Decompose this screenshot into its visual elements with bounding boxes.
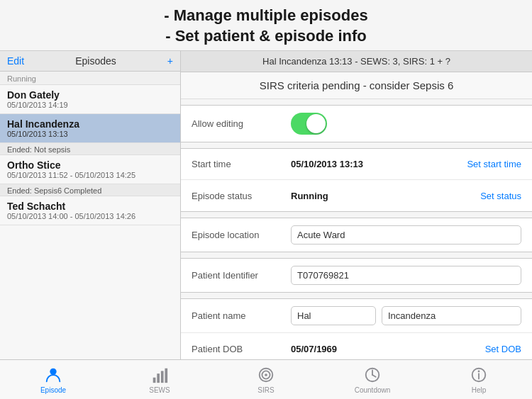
patient-item-ortho-stice[interactable]: Ortho Stice 05/10/2013 11:52 - 05/10/201… [0, 155, 180, 184]
patient-name: Hal Incandenza [7, 118, 173, 130]
header-banner: - Manage multiple episodes - Set patient… [0, 0, 532, 51]
start-time-value: 05/10/2013 13:13 [291, 159, 460, 169]
tab-sirs[interactable]: SIRS [213, 366, 319, 394]
patient-date: 05/10/2013 11:52 - 05/10/2013 14:25 [7, 171, 173, 179]
patient-name-label: Patient name [192, 310, 291, 321]
episode-location-section: Episode location [181, 218, 532, 252]
tab-countdown-label: Countdown [355, 386, 391, 394]
tab-sews[interactable]: SEWS [106, 366, 213, 394]
svg-point-7 [265, 373, 267, 376]
info-icon [470, 366, 488, 384]
header-line2: - Set patient & episode info [7, 26, 525, 47]
svg-rect-2 [157, 373, 160, 383]
episodes-label: Episodes [75, 55, 116, 67]
section-sepsis6: Ended: Sepsis6 Completed [0, 184, 180, 196]
bars-icon [150, 366, 169, 384]
episode-status-label: Episode status [192, 191, 291, 201]
section-not-sepsis: Ended: Not sepsis [0, 143, 180, 155]
episode-location-input[interactable] [291, 225, 521, 245]
set-status-button[interactable]: Set status [480, 191, 521, 201]
tab-help[interactable]: Help [426, 366, 532, 394]
alert-banner: SIRS criteria pending - consider Sepsis … [181, 72, 532, 99]
patient-identifier-section: Patient Identifier [181, 258, 532, 293]
section-running: Running [0, 72, 180, 85]
patient-date: 05/10/2013 14:00 - 05/10/2013 14:26 [7, 212, 173, 220]
svg-line-10 [372, 375, 376, 377]
episode-status-value: Running [291, 191, 473, 201]
tab-sirs-label: SIRS [257, 386, 274, 394]
patient-item-hal-incandenza[interactable]: Hal Incandenza 05/10/2013 13:13 [0, 114, 180, 143]
svg-point-13 [478, 370, 480, 372]
allow-editing-row: Allow editing [181, 106, 532, 142]
edit-button[interactable]: Edit [7, 55, 24, 67]
patient-identifier-row: Patient Identifier [181, 259, 532, 292]
patient-dob-label: Patient DOB [192, 344, 291, 354]
tab-help-label: Help [472, 386, 487, 394]
header-line1: - Manage multiple episodes [7, 6, 525, 26]
patient-name: Ted Schacht [7, 201, 173, 212]
patient-item-ted-schacht[interactable]: Ted Schacht 05/10/2013 14:00 - 05/10/201… [0, 196, 180, 225]
svg-point-0 [50, 368, 56, 374]
tab-sews-label: SEWS [149, 386, 170, 394]
svg-rect-4 [165, 368, 167, 382]
start-time-label: Start time [192, 159, 291, 169]
tab-countdown[interactable]: Countdown [319, 366, 426, 394]
sidebar: Edit Episodes + Running Don Gately 05/10… [0, 51, 181, 359]
patient-first-name-input[interactable] [291, 306, 376, 325]
episode-info-section: Start time 05/10/2013 13:13 Set start ti… [181, 148, 532, 212]
tab-episode-label: Episode [40, 386, 66, 394]
start-time-row: Start time 05/10/2013 13:13 Set start ti… [181, 149, 532, 180]
clock-icon [363, 366, 382, 384]
content-header: Hal Incandenza 13:13 - SEWS: 3, SIRS: 1 … [181, 51, 532, 72]
patient-name: Ortho Stice [7, 159, 173, 171]
content-panel: Hal Incandenza 13:13 - SEWS: 3, SIRS: 1 … [181, 51, 532, 359]
episode-status-row: Episode status Running Set status [181, 180, 532, 211]
episode-location-label: Episode location [192, 230, 291, 240]
tab-episode[interactable]: Episode [0, 366, 106, 394]
target-icon [257, 366, 275, 384]
episode-location-row: Episode location [181, 218, 532, 252]
patient-last-name-input[interactable] [382, 306, 521, 325]
tab-bar: Episode SEWS SIRS Countdown [0, 359, 532, 399]
set-start-time-button[interactable]: Set start time [467, 159, 521, 169]
allow-editing-label: Allow editing [192, 118, 291, 129]
patient-dob-value: 05/07/1969 [291, 344, 478, 354]
main-area: Edit Episodes + Running Don Gately 05/10… [0, 51, 532, 359]
patient-name: Don Gately [7, 89, 173, 101]
patient-identifier-input[interactable] [291, 266, 521, 285]
sidebar-toolbar: Edit Episodes + [0, 51, 180, 72]
patient-name-row: Patient name [181, 299, 532, 333]
patient-dob-row: Patient DOB 05/07/1969 Set DOB [181, 333, 532, 359]
set-dob-button[interactable]: Set DOB [485, 344, 521, 354]
svg-rect-3 [161, 371, 164, 383]
patient-details-section: Patient name Patient DOB 05/07/1969 Set … [181, 298, 532, 359]
allow-editing-section: Allow editing [181, 105, 532, 142]
person-icon [44, 366, 62, 384]
patient-date: 05/10/2013 13:13 [7, 130, 173, 138]
svg-rect-1 [153, 377, 156, 382]
patient-item-don-gately[interactable]: Don Gately 05/10/2013 14:19 [0, 85, 180, 114]
add-episode-button[interactable]: + [167, 55, 173, 67]
allow-editing-toggle[interactable] [291, 113, 327, 135]
patient-date: 05/10/2013 14:19 [7, 101, 173, 109]
patient-identifier-label: Patient Identifier [192, 270, 291, 281]
